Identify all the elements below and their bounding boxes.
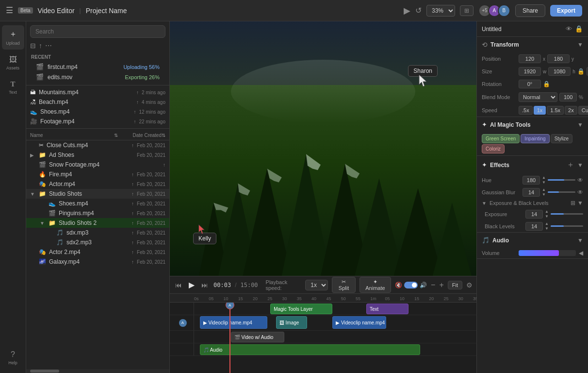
upload-arrow-actor2[interactable]: ↑ (131, 250, 134, 255)
file-actor2[interactable]: 🎭 Actor 2.mp4 ↑ Feb 20, 2021 (26, 247, 169, 257)
clip-image[interactable]: 🖼 Image (276, 316, 307, 329)
gaussian-input[interactable] (523, 188, 540, 197)
hue-arrows[interactable]: ▲ ▼ (542, 175, 546, 185)
col-date-sort-icon[interactable]: ⇅ (162, 133, 165, 138)
file-shoes-sub[interactable]: 👟 Shoes.mp4 ↑ Feb 20, 2021 (26, 199, 169, 208)
ai-green-screen-btn[interactable]: Green Screen (482, 134, 520, 143)
upload-arrow-shoes-sub[interactable]: ↑ (131, 201, 134, 206)
sidebar-assets-button[interactable]: 🖼 Assets (2, 51, 24, 74)
file-ad-shoes[interactable]: ▶ 📁 Ad Shoes Feb 20, 2021 (26, 150, 169, 160)
zoom-in-button[interactable]: + (439, 281, 443, 289)
rotation-input[interactable] (519, 80, 541, 88)
file-sdx[interactable]: 🎵 sdx.mp3 ↑ Feb 20, 2021 (26, 228, 169, 237)
file-snow-footage[interactable]: 🎬 Snow Footage.mp4 ↑ (26, 160, 169, 170)
file-fire[interactable]: 🔥 Fire.mp4 ↑ Feb 20, 2021 (26, 170, 169, 179)
audio-collapse-btn[interactable]: ▼ (577, 237, 583, 244)
filter-button[interactable]: ⊟ (30, 42, 36, 50)
black-levels-slider[interactable] (551, 225, 583, 227)
black-levels-arrows[interactable]: ▲ ▼ (545, 221, 549, 231)
speed-1x-button[interactable]: 1x (534, 106, 546, 115)
clip-videoclip-2[interactable]: ▶ Videoclip name.mp4 (332, 316, 386, 329)
clip-audio[interactable]: 🎵 Audio (200, 344, 420, 355)
file-actor[interactable]: 🎭 Actor.mp4 ↑ Feb 20, 2021 (26, 179, 169, 189)
audio-header[interactable]: 🎵 Audio ▼ (477, 233, 588, 248)
clip-magic-tools[interactable]: Magic Tools Layer (270, 304, 332, 314)
prev-frame-button[interactable]: ⏮ (174, 280, 183, 290)
menu-button[interactable]: ☰ (6, 5, 13, 16)
layout-button[interactable]: ⊞ (460, 5, 474, 16)
hue-input[interactable] (523, 176, 540, 185)
upload-arrow-galaxy[interactable]: ↑ (131, 259, 134, 265)
file-panel-scrollbar[interactable] (26, 369, 169, 373)
col-date-header[interactable]: Date Created (118, 133, 162, 138)
effects-collapse-btn[interactable]: ▼ (577, 162, 583, 169)
speed-custom-button[interactable]: Custom (578, 106, 588, 115)
mute-toggle[interactable]: 🔇 🔊 (395, 282, 427, 288)
clip-video-audio[interactable]: 🎬 Video w/ Audio (231, 332, 285, 342)
quick-file-beach[interactable]: 🏖 Beach.mp4 ↑ 4 mins ago (26, 97, 169, 107)
file-sdx2[interactable]: 🎵 sdx2.mp3 ↑ Feb 20, 2021 (26, 237, 169, 247)
next-frame-button[interactable]: ⏭ (200, 280, 210, 290)
zoom-selector[interactable]: 33% (426, 5, 455, 17)
upload-arrow-actor[interactable]: ↑ (131, 182, 134, 187)
upload-arrow-snow[interactable]: ↑ (163, 162, 165, 168)
upload-arrow-sdx2[interactable]: ↑ (131, 240, 134, 245)
exposure-input[interactable] (525, 210, 543, 219)
exposure-group-icon[interactable]: ▼ (482, 201, 487, 206)
ai-stylize-btn[interactable]: Stylize (551, 134, 572, 143)
speed-1.5x-button[interactable]: 1.5x (547, 106, 564, 115)
col-name-header[interactable]: Name (30, 133, 114, 138)
add-effect-button[interactable]: ＋ (567, 160, 574, 170)
speed-0.5x-button[interactable]: .5x (519, 106, 533, 115)
file-close-cuts[interactable]: ✂ Close Cuts.mp4 ↑ Feb 20, 2021 (26, 140, 169, 150)
file-pinguins[interactable]: 🎬 Pinguins.mp4 ↑ Feb 20, 2021 (26, 208, 169, 218)
volume-slider[interactable] (519, 250, 576, 256)
upload-arrow-studio[interactable]: ↑ (131, 191, 134, 197)
exposure-arrows[interactable]: ▲ ▼ (545, 209, 549, 219)
exposure-slider[interactable] (551, 213, 583, 215)
share-button[interactable]: Share (515, 4, 545, 17)
position-y-input[interactable] (547, 54, 570, 63)
export-button[interactable]: Export (550, 5, 582, 17)
exposure-copy-button[interactable]: ⊞ (571, 200, 575, 206)
quick-file-mountains[interactable]: 🏔 Mountains.mp4 ↑ 2 mins ago (26, 87, 169, 97)
mute-switch[interactable] (404, 282, 418, 288)
more-options-button[interactable]: ⋯ (45, 42, 52, 50)
hue-eye-button[interactable]: 👁 (577, 177, 583, 184)
hue-slider[interactable] (548, 179, 575, 181)
help-button[interactable]: ? Help (2, 346, 24, 369)
file-galaxy[interactable]: 🌌 Galaxy.mp4 ↑ Feb 20, 2021 (26, 257, 169, 267)
project-name[interactable]: Project Name (86, 7, 127, 15)
play-head-button[interactable]: ▶ (404, 5, 410, 16)
recent-item-firstcut[interactable]: 🎬 firstcut.mp4 Uploading 56% (31, 62, 164, 72)
upload-arrow-mountains[interactable]: ↑ (136, 90, 139, 95)
recent-item-edits[interactable]: 🎬 edits.mov Exporting 26% (31, 72, 164, 82)
upload-file-button[interactable]: ↑ (39, 42, 42, 50)
playback-speed-select[interactable]: 1x (305, 280, 328, 290)
clip-lock-button[interactable]: 🔒 (575, 25, 583, 33)
clip-videoclip-1[interactable]: ▶ Videoclip name.mp4 (200, 316, 268, 329)
timeline-settings-button[interactable]: ⚙ (466, 281, 473, 289)
volume-expand-btn[interactable]: ◀ (579, 250, 583, 256)
ai-colorize-btn[interactable]: Coloriz (482, 144, 505, 153)
black-levels-input[interactable] (525, 222, 543, 231)
upload-arrow-pinguins[interactable]: ↑ (131, 211, 134, 216)
col-sort-icon[interactable]: ⇅ (114, 133, 118, 138)
blend-mode-select[interactable]: Normal (519, 92, 557, 102)
sidebar-upload-button[interactable]: ＋ Upload (2, 25, 24, 50)
transform-header[interactable]: ⟲ Transform ▼ (477, 37, 588, 52)
gaussian-eye-button[interactable]: 👁 (577, 189, 583, 196)
gaussian-slider[interactable] (548, 191, 575, 193)
effects-header[interactable]: ✦ Effects ＋ ▼ (477, 156, 588, 174)
file-studio-shots-2[interactable]: ▼ 📁 Studio Shots 2 ↑ Feb 20, 2021 (26, 218, 169, 228)
upload-arrow-sdx[interactable]: ↑ (131, 230, 134, 236)
quick-file-footage[interactable]: 🎥 Footage.mp4 ↑ 22 mins ago (26, 117, 169, 126)
play-button[interactable]: ▶ (187, 279, 196, 291)
position-x-input[interactable] (519, 54, 541, 63)
upload-arrow-footage[interactable]: ↑ (134, 119, 136, 124)
fit-button[interactable]: Fit (448, 281, 462, 289)
animate-button[interactable]: ✦ Animate (359, 277, 391, 293)
lock-aspect-icon[interactable]: 🔒 (577, 68, 585, 75)
sidebar-text-button[interactable]: T Text (2, 76, 24, 99)
redo-button[interactable]: ↺ (415, 6, 422, 15)
